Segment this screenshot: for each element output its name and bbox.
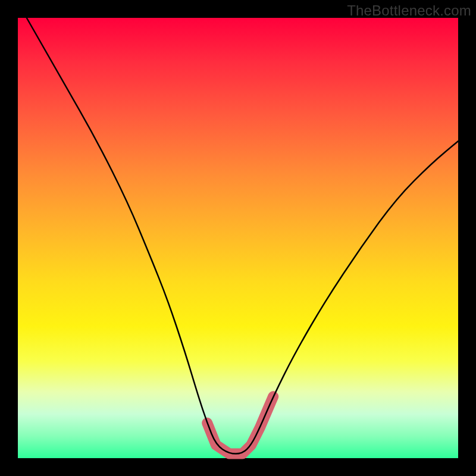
bottleneck-curve [27, 18, 458, 454]
chart-frame: TheBottleneck.com [0, 0, 476, 476]
curve-layer [18, 18, 458, 458]
watermark-text: TheBottleneck.com [347, 2, 471, 19]
plot-area [18, 18, 458, 458]
